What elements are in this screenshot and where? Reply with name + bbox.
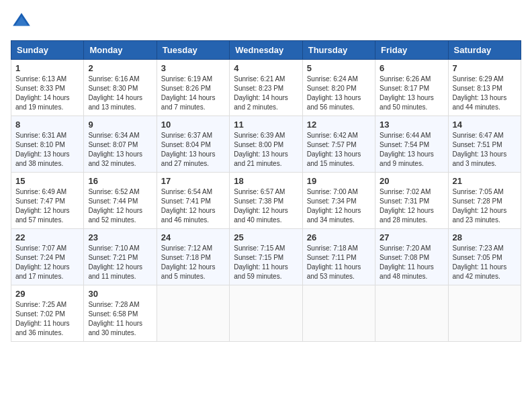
weekday-header: Thursday: [302, 41, 375, 60]
day-number: 11: [234, 120, 298, 130]
calendar-cell: [230, 285, 302, 342]
day-info: Sunrise: 7:20 AM Sunset: 7:08 PM Dayligh…: [380, 244, 443, 281]
calendar-week-row: 1 Sunrise: 6:13 AM Sunset: 8:33 PM Dayli…: [11, 60, 521, 116]
day-info: Sunrise: 7:10 AM Sunset: 7:21 PM Dayligh…: [88, 244, 152, 281]
calendar-cell: 5 Sunrise: 6:24 AM Sunset: 8:20 PM Dayli…: [302, 60, 375, 116]
weekday-header: Tuesday: [157, 41, 229, 60]
day-info: Sunrise: 7:23 AM Sunset: 7:05 PM Dayligh…: [453, 244, 517, 281]
calendar-cell: 24 Sunrise: 7:12 AM Sunset: 7:18 PM Dayl…: [157, 229, 229, 285]
day-info: Sunrise: 6:34 AM Sunset: 8:07 PM Dayligh…: [88, 131, 152, 169]
day-number: 2: [88, 63, 152, 73]
day-info: Sunrise: 6:24 AM Sunset: 8:20 PM Dayligh…: [307, 75, 371, 112]
day-info: Sunrise: 7:00 AM Sunset: 7:34 PM Dayligh…: [307, 187, 371, 225]
day-number: 3: [161, 63, 225, 73]
day-number: 15: [15, 176, 79, 186]
day-number: 13: [380, 120, 443, 130]
weekday-header: Sunday: [11, 41, 84, 60]
day-number: 12: [307, 120, 371, 130]
calendar-cell: 1 Sunrise: 6:13 AM Sunset: 8:33 PM Dayli…: [11, 60, 84, 116]
calendar-week-row: 29 Sunrise: 7:25 AM Sunset: 7:02 PM Dayl…: [11, 285, 521, 342]
calendar-cell: 10 Sunrise: 6:37 AM Sunset: 8:04 PM Dayl…: [157, 116, 229, 173]
day-number: 27: [380, 232, 443, 242]
calendar-cell: 28 Sunrise: 7:23 AM Sunset: 7:05 PM Dayl…: [448, 229, 521, 285]
day-info: Sunrise: 7:05 AM Sunset: 7:28 PM Dayligh…: [453, 187, 517, 225]
day-number: 29: [15, 289, 79, 299]
day-number: 9: [88, 120, 152, 130]
day-info: Sunrise: 7:28 AM Sunset: 6:58 PM Dayligh…: [88, 300, 152, 338]
day-number: 20: [380, 176, 443, 186]
day-number: 23: [88, 232, 152, 242]
page-header: [11, 11, 521, 32]
calendar-cell: 21 Sunrise: 7:05 AM Sunset: 7:28 PM Dayl…: [448, 173, 521, 229]
calendar-cell: 11 Sunrise: 6:39 AM Sunset: 8:00 PM Dayl…: [230, 116, 302, 173]
day-number: 21: [453, 176, 517, 186]
day-number: 28: [453, 232, 517, 242]
day-info: Sunrise: 6:44 AM Sunset: 7:54 PM Dayligh…: [380, 131, 443, 169]
calendar-cell: 22 Sunrise: 7:07 AM Sunset: 7:24 PM Dayl…: [11, 229, 84, 285]
calendar-cell: 13 Sunrise: 6:44 AM Sunset: 7:54 PM Dayl…: [375, 116, 448, 173]
day-number: 6: [380, 63, 443, 73]
calendar-table: SundayMondayTuesdayWednesdayThursdayFrid…: [11, 40, 521, 342]
day-info: Sunrise: 7:25 AM Sunset: 7:02 PM Dayligh…: [15, 300, 79, 338]
day-info: Sunrise: 6:52 AM Sunset: 7:44 PM Dayligh…: [88, 187, 152, 225]
calendar-cell: 14 Sunrise: 6:47 AM Sunset: 7:51 PM Dayl…: [448, 116, 521, 173]
day-number: 8: [15, 120, 79, 130]
day-info: Sunrise: 6:19 AM Sunset: 8:26 PM Dayligh…: [161, 75, 225, 112]
day-info: Sunrise: 6:47 AM Sunset: 7:51 PM Dayligh…: [453, 131, 517, 169]
day-info: Sunrise: 7:18 AM Sunset: 7:11 PM Dayligh…: [307, 244, 371, 281]
calendar-cell: 17 Sunrise: 6:54 AM Sunset: 7:41 PM Dayl…: [157, 173, 229, 229]
day-number: 22: [15, 232, 79, 242]
calendar-cell: 12 Sunrise: 6:42 AM Sunset: 7:57 PM Dayl…: [302, 116, 375, 173]
day-info: Sunrise: 6:31 AM Sunset: 8:10 PM Dayligh…: [15, 131, 79, 169]
day-number: 4: [234, 63, 298, 73]
calendar-cell: 6 Sunrise: 6:26 AM Sunset: 8:17 PM Dayli…: [375, 60, 448, 116]
calendar-cell: 16 Sunrise: 6:52 AM Sunset: 7:44 PM Dayl…: [84, 173, 157, 229]
calendar-cell: 20 Sunrise: 7:02 AM Sunset: 7:31 PM Dayl…: [375, 173, 448, 229]
day-info: Sunrise: 6:57 AM Sunset: 7:38 PM Dayligh…: [234, 187, 298, 225]
calendar-cell: 27 Sunrise: 7:20 AM Sunset: 7:08 PM Dayl…: [375, 229, 448, 285]
calendar-cell: [302, 285, 375, 342]
day-number: 1: [15, 63, 79, 73]
day-info: Sunrise: 6:49 AM Sunset: 7:47 PM Dayligh…: [15, 187, 79, 225]
weekday-header: Wednesday: [230, 41, 302, 60]
logo-icon: [11, 11, 32, 32]
day-info: Sunrise: 7:12 AM Sunset: 7:18 PM Dayligh…: [161, 244, 225, 281]
calendar-week-row: 8 Sunrise: 6:31 AM Sunset: 8:10 PM Dayli…: [11, 116, 521, 173]
day-info: Sunrise: 7:02 AM Sunset: 7:31 PM Dayligh…: [380, 187, 443, 225]
day-info: Sunrise: 6:39 AM Sunset: 8:00 PM Dayligh…: [234, 131, 298, 169]
day-number: 16: [88, 176, 152, 186]
calendar-cell: 25 Sunrise: 7:15 AM Sunset: 7:15 PM Dayl…: [230, 229, 302, 285]
calendar-cell: [448, 285, 521, 342]
day-number: 24: [161, 232, 225, 242]
day-info: Sunrise: 6:37 AM Sunset: 8:04 PM Dayligh…: [161, 131, 225, 169]
calendar-cell: 9 Sunrise: 6:34 AM Sunset: 8:07 PM Dayli…: [84, 116, 157, 173]
calendar-week-row: 15 Sunrise: 6:49 AM Sunset: 7:47 PM Dayl…: [11, 173, 521, 229]
calendar-cell: 30 Sunrise: 7:28 AM Sunset: 6:58 PM Dayl…: [84, 285, 157, 342]
day-info: Sunrise: 6:26 AM Sunset: 8:17 PM Dayligh…: [380, 75, 443, 112]
calendar-cell: 15 Sunrise: 6:49 AM Sunset: 7:47 PM Dayl…: [11, 173, 84, 229]
calendar-cell: 7 Sunrise: 6:29 AM Sunset: 8:13 PM Dayli…: [448, 60, 521, 116]
day-info: Sunrise: 7:15 AM Sunset: 7:15 PM Dayligh…: [234, 244, 298, 281]
logo: [11, 11, 35, 32]
calendar-cell: 19 Sunrise: 7:00 AM Sunset: 7:34 PM Dayl…: [302, 173, 375, 229]
calendar-cell: 2 Sunrise: 6:16 AM Sunset: 8:30 PM Dayli…: [84, 60, 157, 116]
day-info: Sunrise: 6:29 AM Sunset: 8:13 PM Dayligh…: [453, 75, 517, 112]
day-info: Sunrise: 6:54 AM Sunset: 7:41 PM Dayligh…: [161, 187, 225, 225]
day-number: 26: [307, 232, 371, 242]
day-info: Sunrise: 6:42 AM Sunset: 7:57 PM Dayligh…: [307, 131, 371, 169]
day-number: 30: [88, 289, 152, 299]
calendar-cell: 18 Sunrise: 6:57 AM Sunset: 7:38 PM Dayl…: [230, 173, 302, 229]
calendar-cell: 3 Sunrise: 6:19 AM Sunset: 8:26 PM Dayli…: [157, 60, 229, 116]
calendar-cell: 23 Sunrise: 7:10 AM Sunset: 7:21 PM Dayl…: [84, 229, 157, 285]
day-number: 10: [161, 120, 225, 130]
day-number: 17: [161, 176, 225, 186]
calendar-cell: 26 Sunrise: 7:18 AM Sunset: 7:11 PM Dayl…: [302, 229, 375, 285]
weekday-header: Saturday: [448, 41, 521, 60]
day-info: Sunrise: 6:16 AM Sunset: 8:30 PM Dayligh…: [88, 75, 152, 112]
calendar-cell: 29 Sunrise: 7:25 AM Sunset: 7:02 PM Dayl…: [11, 285, 84, 342]
calendar-cell: [375, 285, 448, 342]
day-number: 14: [453, 120, 517, 130]
day-info: Sunrise: 7:07 AM Sunset: 7:24 PM Dayligh…: [15, 244, 79, 281]
weekday-header: Friday: [375, 41, 448, 60]
calendar-cell: [157, 285, 229, 342]
